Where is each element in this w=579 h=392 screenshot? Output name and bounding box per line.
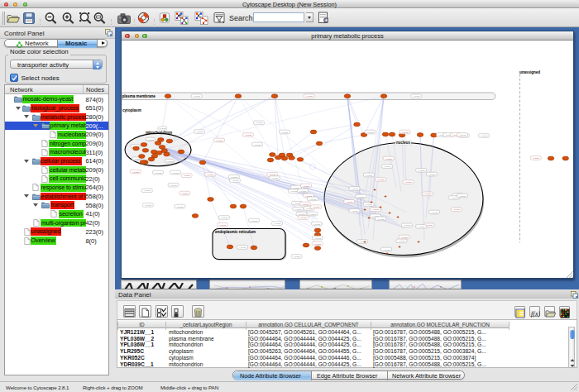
svg-text:Yxx00w: Yxx00w — [172, 171, 179, 174]
svg-text:Yxx00w: Yxx00w — [196, 131, 203, 133]
svg-text:Yxx00w: Yxx00w — [254, 143, 261, 146]
svg-text:Yxx00w: Yxx00w — [274, 222, 281, 225]
svg-text:Yxx00w: Yxx00w — [232, 179, 239, 182]
svg-text:f(x): f(x) — [531, 310, 540, 318]
svg-text:Yxx00w: Yxx00w — [366, 131, 374, 133]
svg-text:Yxx00w: Yxx00w — [207, 174, 214, 176]
svg-text:Yxx00w: Yxx00w — [303, 184, 310, 187]
svg-text:Yxx00w: Yxx00w — [313, 206, 320, 208]
svg-text:Yxx00w: Yxx00w — [351, 188, 358, 190]
svg-text:unassigned: unassigned — [519, 69, 540, 74]
svg-text:Yxx00w: Yxx00w — [400, 236, 408, 238]
svg-text:Yxx00w: Yxx00w — [314, 242, 322, 245]
svg-text:Yxx00w: Yxx00w — [281, 131, 289, 133]
svg-text:Yxx00w: Yxx00w — [481, 135, 488, 137]
svg-text:Yxx00w: Yxx00w — [271, 177, 279, 179]
svg-text:Yxx00w: Yxx00w — [294, 208, 302, 210]
svg-text:Yxx00w: Yxx00w — [418, 169, 425, 171]
svg-text:Yxx00w: Yxx00w — [377, 179, 385, 181]
svg-text:Yxx00w: Yxx00w — [431, 211, 438, 213]
svg-text:Yxx00w: Yxx00w — [398, 240, 405, 242]
svg-text:Yxx00w: Yxx00w — [183, 174, 190, 177]
svg-text:cytoplasm: cytoplasm — [122, 108, 141, 112]
svg-text:nucleus: nucleus — [396, 141, 411, 145]
svg-text:Yxx00w: Yxx00w — [309, 213, 317, 215]
svg-text:Yxx00w: Yxx00w — [155, 171, 162, 174]
svg-text:Yxx00w: Yxx00w — [302, 203, 309, 205]
svg-text:Yxx00w: Yxx00w — [383, 248, 390, 251]
svg-text:Yxx00w: Yxx00w — [159, 127, 166, 130]
svg-text:Yxx00w: Yxx00w — [413, 95, 420, 98]
svg-text:Yxx00w: Yxx00w — [533, 157, 540, 160]
svg-text:Yxx00w: Yxx00w — [385, 157, 392, 160]
svg-text:Yxx00w: Yxx00w — [176, 205, 184, 208]
svg-text:Yxx00w: Yxx00w — [239, 246, 246, 249]
svg-text:Yxx00w: Yxx00w — [418, 226, 425, 228]
svg-text:Yxx00w: Yxx00w — [133, 158, 141, 160]
svg-text:Yxx00w: Yxx00w — [357, 195, 365, 198]
svg-text:Yxx00w: Yxx00w — [314, 237, 322, 239]
svg-text:Yxx00w: Yxx00w — [256, 122, 263, 124]
svg-text:Yxx00w: Yxx00w — [401, 131, 409, 133]
svg-text:Yxx00w: Yxx00w — [293, 256, 300, 258]
svg-text:Yxx00w: Yxx00w — [459, 194, 467, 197]
svg-text:Yxx00w: Yxx00w — [346, 200, 353, 203]
svg-text:Yxx00w: Yxx00w — [384, 165, 391, 168]
svg-text:Yxx00w: Yxx00w — [299, 189, 307, 192]
svg-text:Yxx00w: Yxx00w — [170, 184, 178, 186]
svg-text:Yxx00w: Yxx00w — [313, 222, 321, 225]
svg-text:Yxx00w: Yxx00w — [231, 175, 238, 178]
svg-text:Yxx00w: Yxx00w — [251, 219, 258, 222]
svg-text:Yxx00w: Yxx00w — [166, 160, 174, 162]
svg-text:Yxx00w: Yxx00w — [132, 170, 140, 173]
svg-text:Yxx00w: Yxx00w — [290, 190, 298, 193]
svg-text:Yxx00w: Yxx00w — [404, 181, 412, 184]
svg-text:mitochondrion: mitochondrion — [146, 131, 172, 135]
svg-text:Yxx00w: Yxx00w — [372, 208, 380, 211]
svg-text:Yxx00w: Yxx00w — [404, 224, 411, 227]
svg-text:Yxx00w: Yxx00w — [306, 95, 313, 98]
svg-text:plasma membrane: plasma membrane — [122, 94, 156, 98]
svg-text:Yxx00w: Yxx00w — [309, 198, 317, 200]
svg-text:Yxx00w: Yxx00w — [377, 218, 385, 220]
svg-text:Yxx00w: Yxx00w — [451, 197, 458, 199]
svg-text:Yxx00w: Yxx00w — [145, 204, 152, 207]
svg-text:Yxx00w: Yxx00w — [351, 210, 358, 213]
svg-text:Yxx00w: Yxx00w — [294, 202, 301, 204]
svg-text:Yxx00w: Yxx00w — [428, 173, 436, 175]
svg-text:Yxx00w: Yxx00w — [366, 174, 373, 176]
svg-text:Yxx00w: Yxx00w — [366, 203, 373, 206]
svg-text:Yxx00w: Yxx00w — [216, 139, 223, 141]
svg-text:Yxx00w: Yxx00w — [245, 134, 252, 136]
svg-text:Yxx00w: Yxx00w — [181, 192, 189, 194]
svg-text:Yxx00w: Yxx00w — [147, 138, 155, 141]
svg-text:endoplasmic reticulum: endoplasmic reticulum — [215, 229, 256, 233]
svg-text:Yxx00w: Yxx00w — [299, 217, 307, 219]
svg-text:Yxx00w: Yxx00w — [424, 193, 432, 195]
svg-text:Yxx00w: Yxx00w — [144, 189, 151, 192]
svg-text:Yxx00w: Yxx00w — [221, 217, 228, 219]
svg-text:Yxx00w: Yxx00w — [459, 134, 467, 136]
svg-text:Yxx00w: Yxx00w — [193, 95, 200, 98]
svg-text:Yxx00w: Yxx00w — [453, 208, 461, 211]
svg-text:Yxx00w: Yxx00w — [219, 223, 227, 226]
svg-text:Yxx00w: Yxx00w — [298, 213, 305, 215]
